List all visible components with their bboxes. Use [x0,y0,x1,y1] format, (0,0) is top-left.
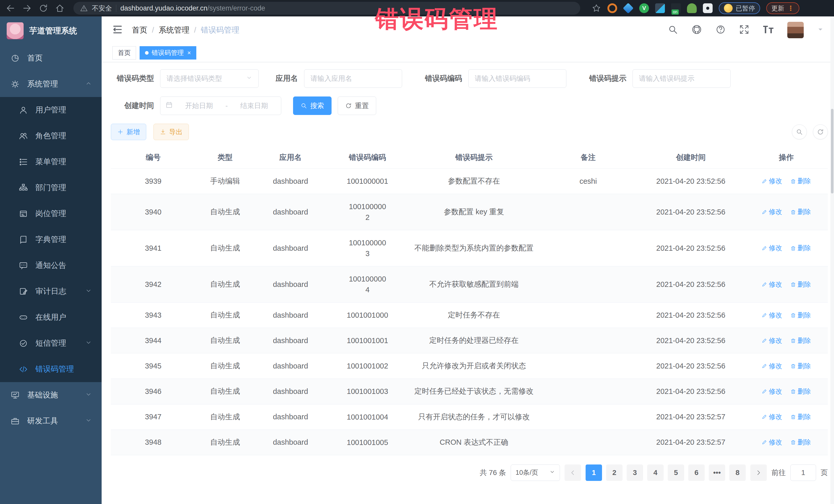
gear-icon [11,80,20,89]
github-icon[interactable] [691,24,702,36]
page-button[interactable]: 3 [627,464,643,481]
add-button[interactable]: 新增 [111,124,146,140]
delete-link[interactable]: 删除 [790,387,811,396]
delete-link[interactable]: 删除 [790,438,811,447]
cell-app: dashboard [255,230,326,266]
sidebar-item-dictionary[interactable]: 字典管理 [0,226,102,253]
page-size-select[interactable]: 10条/页 [511,464,560,481]
edit-link[interactable]: 修改 [762,280,782,289]
close-tag-icon[interactable]: × [187,49,191,57]
sidebar-item-departments[interactable]: 部门管理 [0,175,102,201]
avatar-caret-down-icon[interactable] [817,26,824,34]
extension-icon-gem[interactable] [623,3,634,14]
profile-paused-pill[interactable]: 已暂停 [719,2,760,14]
page-button[interactable]: 4 [647,464,664,481]
export-button[interactable]: 导出 [153,124,189,140]
tag-home[interactable]: 首页 [112,46,136,60]
edit-link[interactable]: 修改 [762,387,782,396]
error-code-input[interactable] [468,69,566,88]
cell-note [540,194,637,230]
delete-link[interactable]: 删除 [790,336,811,345]
edit-link[interactable]: 修改 [762,207,782,216]
sidebar-item-menus[interactable]: 菜单管理 [0,149,102,175]
sidebar-item-system[interactable]: 系统管理 [0,71,102,97]
edit-link[interactable]: 修改 [762,336,782,345]
sidebar-item-infrastructure[interactable]: 基础设施 [0,382,102,408]
reset-button[interactable]: 重置 [338,96,376,115]
extension-icon-grid[interactable] [655,3,665,13]
edit-link[interactable]: 修改 [762,177,782,185]
range-separator: - [225,102,228,110]
breadcrumb-system[interactable]: 系统管理 [159,25,190,36]
table-row: 3948 自动生成 dashboard 1001001005 CRON 表达式不… [111,430,828,455]
active-dot [145,51,149,54]
sidebar-item-announcements[interactable]: 通知公告 [0,253,102,279]
extension-icon-list-on[interactable] [671,3,681,13]
search-icon[interactable] [668,24,678,36]
goto-page-input[interactable] [790,464,816,481]
sidebar-item-dev-tools[interactable]: 研发工具 [0,408,102,434]
refresh-icon[interactable] [813,125,828,139]
sidebar-item-audit-log[interactable]: 审计日志 [0,279,102,304]
edit-link[interactable]: 修改 [762,438,782,447]
delete-link[interactable]: 删除 [790,177,811,185]
fullscreen-icon[interactable] [739,24,749,36]
toggle-search-icon[interactable] [792,125,807,139]
cell-time: 2021-04-20 23:52:56 [637,379,745,404]
tags-view: 首页 错误码管理 × [102,44,834,62]
sidebar-item-error-code[interactable]: 错误码管理 [0,356,102,382]
forward-icon[interactable] [22,3,32,13]
page-button[interactable]: 8 [729,464,746,481]
page-button[interactable]: 2 [606,464,622,481]
search-button[interactable]: 搜索 [293,96,332,115]
reload-icon[interactable] [39,3,48,13]
extension-icon-key[interactable] [687,3,697,13]
scrollbar-thumb[interactable] [831,109,833,194]
delete-link[interactable]: 删除 [790,207,811,216]
edit-link[interactable]: 修改 [762,412,782,421]
prev-page-button[interactable] [565,464,581,481]
delete-link[interactable]: 删除 [790,280,811,289]
error-hint-input[interactable] [633,69,730,88]
edit-link[interactable]: 修改 [762,361,782,371]
browser-menu-dots-icon[interactable]: ⋮ [787,4,794,12]
sidebar-item-posts[interactable]: 岗位管理 [0,201,102,226]
next-page-button[interactable] [750,464,767,481]
delete-link[interactable]: 删除 [790,361,811,371]
user-avatar[interactable] [787,22,804,38]
help-icon[interactable] [716,24,726,36]
font-size-icon[interactable] [763,24,774,36]
sidebar-item-roles[interactable]: 角色管理 [0,123,102,149]
app-name-input[interactable] [304,69,402,88]
edit-link[interactable]: 修改 [762,311,782,320]
tag-error-code[interactable]: 错误码管理 × [139,46,196,60]
sidebar-item-sms[interactable]: 短信管理 [0,330,102,356]
home-icon[interactable] [55,3,65,13]
address-bar[interactable]: 不安全 dashboard.yudao.iocoder.cn/system/er… [73,2,580,15]
sidebar-item-users[interactable]: 用户管理 [0,97,102,123]
page-button[interactable]: ••• [709,464,725,481]
bookmark-star-icon[interactable] [592,3,601,13]
delete-link[interactable]: 删除 [790,412,811,421]
create-time-range-picker[interactable]: 开始日期 - 结束日期 [160,96,281,115]
breadcrumb-home[interactable]: 首页 [132,25,147,36]
extension-icon-green-v[interactable]: V [639,3,649,13]
delete-link[interactable]: 删除 [790,243,811,253]
back-icon[interactable] [6,3,15,13]
update-button[interactable]: 更新 ⋮ [766,2,799,14]
page-button[interactable]: 5 [668,464,684,481]
sidebar-item-online-users[interactable]: 在线用户 [0,304,102,330]
extensions-puzzle-icon[interactable] [703,3,712,13]
edit-link[interactable]: 修改 [762,243,782,253]
sidebar-item-home[interactable]: 首页 [0,45,102,71]
page-button[interactable]: 6 [688,464,705,481]
vertical-scrollbar[interactable] [830,17,834,504]
app-logo-row[interactable]: 芋道管理系统 [0,17,102,45]
cell-app: dashboard [255,328,326,353]
page-button[interactable]: 1 [586,464,602,481]
col-id: 编号 [111,147,196,169]
delete-link[interactable]: 删除 [790,311,811,320]
sidebar-toggle-icon[interactable] [112,24,123,36]
extension-icon-orange[interactable] [608,3,617,13]
error-type-select[interactable]: 请选择错误码类型 [160,69,259,88]
